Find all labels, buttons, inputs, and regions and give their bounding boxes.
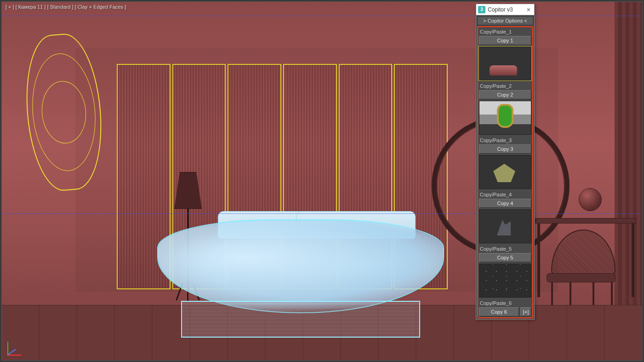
- copitor-slot-2: Copy/Paste_2 Copy 2: [479, 82, 531, 135]
- desk-leg: [537, 224, 540, 297]
- copitor-window[interactable]: 3 Copitor v3 × > Copitor Options < Copy/…: [476, 4, 535, 320]
- copitor-slot-4: Copy/Paste_4 Copy 4: [479, 191, 531, 243]
- scene-content: [2, 2, 642, 360]
- slot-thumbnail-1[interactable]: [479, 46, 531, 80]
- copitor-slot-6: Copy/Paste_6 Copy 6 [+]: [479, 299, 531, 316]
- app-3dsmax-icon: 3: [478, 6, 485, 13]
- slot-label: Copy/Paste_3: [479, 137, 531, 144]
- sphere-lamp: [579, 188, 602, 211]
- copy-button-4[interactable]: Copy 4: [479, 199, 531, 208]
- slot-thumbnail-2[interactable]: [479, 101, 531, 135]
- guide-line: [2, 16, 643, 16]
- slot-thumbnail-5[interactable]: [479, 264, 531, 298]
- close-icon[interactable]: ×: [525, 6, 532, 13]
- armchair: [542, 230, 620, 308]
- slot-label: Copy/Paste_4: [479, 191, 531, 199]
- copy-button-6[interactable]: Copy 6: [479, 307, 519, 316]
- copitor-slot-5: Copy/Paste_5 Copy 5: [479, 245, 531, 298]
- copitor-body: > Copitor Options < Copy/Paste_1 Copy 1 …: [476, 15, 534, 319]
- guide-line: [2, 213, 643, 214]
- copy-button-1[interactable]: Copy 1: [479, 36, 531, 45]
- slot-thumbnail-4[interactable]: [479, 209, 531, 243]
- copitor-slot-3: Copy/Paste_3 Copy 3: [479, 137, 531, 189]
- copitor-titlebar[interactable]: 3 Copitor v3 ×: [476, 4, 534, 15]
- axis-gizmo[interactable]: [7, 337, 26, 356]
- axis-x-icon: [7, 355, 21, 356]
- desk-leg: [632, 224, 634, 297]
- slot-thumbnail-3[interactable]: [479, 155, 531, 189]
- copitor-window-title: Copitor v3: [488, 6, 525, 13]
- slot-label: Copy/Paste_6: [479, 299, 531, 307]
- copy-button-5[interactable]: Copy 5: [479, 253, 531, 262]
- slot-label: Copy/Paste_2: [479, 82, 531, 90]
- copy-button-3[interactable]: Copy 3: [479, 144, 531, 154]
- copitor-options-button[interactable]: > Copitor Options <: [477, 16, 533, 25]
- add-slot-button[interactable]: [+]: [520, 307, 531, 316]
- viewport-3d[interactable]: [ + ] [ Камера 11 ] [ Standard ] [ Clay …: [1, 1, 643, 361]
- viewport-label[interactable]: [ + ] [ Камера 11 ] [ Standard ] [ Clay …: [6, 4, 126, 10]
- desk-top: [535, 218, 636, 224]
- slot-label: Copy/Paste_5: [479, 245, 531, 253]
- copitor-slot-1: Copy/Paste_1 Copy 1: [479, 28, 531, 80]
- copy-button-2[interactable]: Copy 2: [479, 90, 531, 99]
- bed-selected: [158, 211, 443, 338]
- copitor-slots-highlight: Copy/Paste_1 Copy 1 Copy/Paste_2 Copy 2 …: [477, 26, 533, 318]
- slot-label: Copy/Paste_1: [479, 28, 531, 36]
